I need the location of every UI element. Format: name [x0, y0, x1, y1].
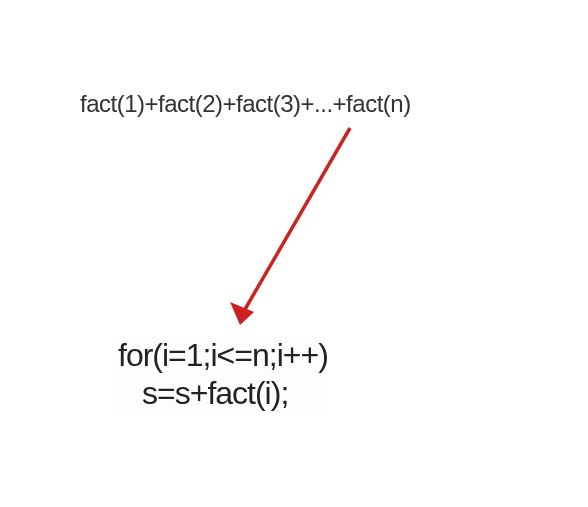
arrow-icon: [180, 120, 380, 330]
math-formula-expression: fact(1)+fact(2)+fact(3)+...+fact(n): [80, 90, 411, 118]
svg-marker-1: [230, 302, 254, 325]
code-line-for-loop: for(i=1;i<=n;i++): [118, 336, 328, 374]
code-snippet: for(i=1;i<=n;i++) s=s+fact(i);: [118, 336, 328, 413]
code-line-accumulator: s=s+fact(i);: [142, 374, 328, 412]
svg-line-0: [240, 128, 350, 318]
arrow-annotation: [180, 120, 380, 330]
